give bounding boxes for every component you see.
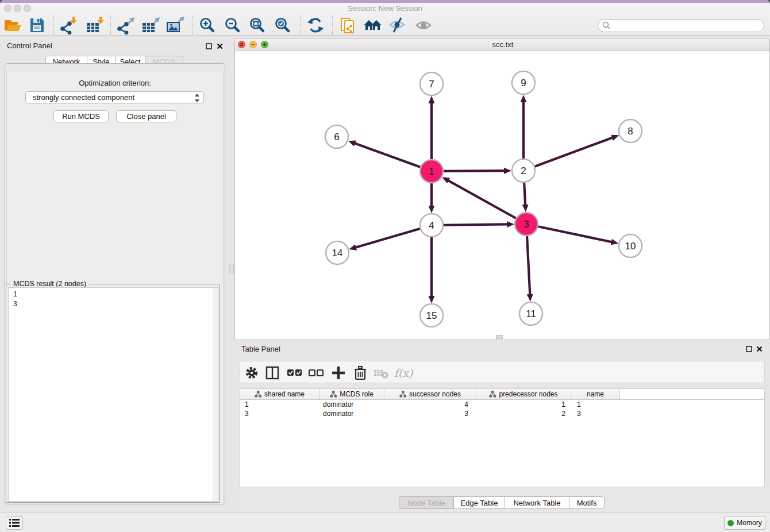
graph-edge-2-3[interactable] [524, 183, 525, 205]
column-header-shared-name[interactable]: shared name [240, 389, 319, 399]
session-title: Session: New Session [0, 4, 770, 13]
table-row[interactable]: 1dominator411 [240, 400, 764, 409]
table-cell: dominator [319, 400, 384, 409]
zoom-in-button[interactable] [198, 16, 218, 34]
delete-column-button[interactable] [351, 364, 369, 381]
tab-node-table[interactable]: Node Table [399, 496, 454, 509]
hide-panel-button[interactable] [387, 16, 408, 34]
zoom-in-icon [198, 16, 218, 34]
optimization-criterion-label: Optimization criterion: [5, 79, 225, 87]
graph-node-label: 1 [429, 166, 434, 177]
search-input[interactable] [598, 19, 764, 32]
graph-edge-1-6[interactable] [355, 143, 420, 167]
dropdown-stepper-icon [194, 94, 199, 102]
graph-node-label: 7 [429, 79, 434, 90]
column-header-MCDS-role[interactable]: MCDS role [319, 389, 384, 399]
fx-icon: f(x) [394, 367, 413, 379]
zoom-fit-icon [248, 16, 268, 34]
node-table[interactable]: shared nameMCDS rolesuccessor nodesprede… [240, 388, 765, 487]
column-header-successor-nodes[interactable]: successor nodes [384, 389, 476, 399]
refresh-network-button[interactable] [305, 16, 326, 34]
attribute-settings-button[interactable] [242, 364, 261, 381]
add-column-button[interactable] [329, 364, 348, 381]
float-panel-button[interactable] [205, 43, 213, 50]
criterion-dropdown[interactable]: strongly connected component [25, 91, 204, 103]
export-network-icon [116, 16, 136, 34]
table-cell: dominator [319, 409, 384, 418]
graph-edge-3-11[interactable] [527, 236, 530, 295]
import-table-icon [84, 16, 105, 34]
import-network-button[interactable] [58, 16, 79, 34]
tab-motifs[interactable]: Motifs [569, 496, 605, 509]
memory-status-button[interactable]: Memory [724, 516, 765, 530]
search-field-wrap [598, 19, 764, 32]
open-folder-icon [2, 16, 23, 34]
table-tab-strip: Node Table Edge Table Network Table Moti… [234, 487, 770, 512]
import-table-button[interactable] [84, 16, 105, 34]
unchecked-boxes-icon [307, 364, 325, 381]
graph-edge-4-14[interactable] [356, 229, 420, 248]
graph-edge-1-2[interactable] [444, 171, 505, 171]
mcds-result-textarea[interactable]: 1 3 [8, 287, 218, 502]
save-session-button[interactable] [26, 16, 47, 34]
zoom-out-button[interactable] [223, 16, 244, 34]
show-panel-button[interactable] [413, 16, 434, 34]
zoom-selected-icon [273, 16, 294, 34]
mcds-result-group: MCDS result (2 nodes) 1 3 [6, 284, 220, 503]
toolbar-separator [192, 16, 192, 35]
select-all-rows-button[interactable] [286, 364, 304, 381]
go-home-button[interactable] [363, 16, 383, 34]
open-network-file-button[interactable] [337, 16, 358, 34]
table-cell: 3 [384, 409, 476, 418]
export-network-button[interactable] [116, 16, 136, 34]
checked-boxes-icon [286, 364, 303, 381]
zoom-selected-button[interactable] [273, 16, 294, 34]
result-scrollbar[interactable] [213, 288, 218, 501]
close-table-panel-button[interactable] [756, 345, 763, 353]
network-window-titlebar[interactable]: scc.txt [234, 38, 770, 51]
criterion-dropdown-value: strongly connected component [33, 93, 134, 102]
column-header-label: successor nodes [409, 390, 461, 398]
graph-node-label: 8 [627, 126, 633, 137]
float-table-panel-button[interactable] [745, 345, 753, 353]
export-table-icon [140, 16, 161, 34]
deselect-all-rows-button[interactable] [307, 364, 325, 381]
window-accent-strip [0, 0, 770, 3]
graph-edge-3-1[interactable] [448, 180, 516, 218]
tab-network-table[interactable]: Network Table [505, 496, 569, 509]
zoom-fit-button[interactable] [248, 16, 268, 34]
graph-node-label: 3 [523, 219, 529, 230]
table-cell: 1 [476, 400, 571, 409]
toolbar-separator [53, 16, 54, 35]
network-splitter-grip[interactable] [496, 335, 503, 339]
trash-icon [352, 364, 369, 381]
export-table-button[interactable] [140, 16, 161, 34]
toggle-column-view-button[interactable] [263, 364, 282, 381]
tab-edge-table[interactable]: Edge Table [453, 496, 505, 509]
eye-slash-icon [387, 16, 408, 34]
column-header-label: MCDS role [340, 390, 374, 398]
graph-node-label: 11 [526, 309, 536, 319]
show-log-button[interactable] [6, 516, 23, 530]
graph-edge-4-3[interactable] [444, 224, 507, 225]
panel-splitter-grip[interactable] [229, 265, 234, 273]
toolbar-separator [332, 16, 333, 35]
export-image-button[interactable] [165, 16, 186, 34]
close-panel-button[interactable] [216, 43, 224, 50]
graph-edge-3-10[interactable] [538, 226, 612, 242]
eye-icon [413, 16, 434, 34]
delete-table-icon [372, 364, 390, 381]
column-header-name[interactable]: name [571, 389, 620, 399]
column-header-predecessor-nodes[interactable]: predecessor nodes [476, 389, 571, 399]
graph-node-label: 2 [521, 165, 526, 176]
save-floppy-icon [26, 16, 47, 34]
table-toolbar: f(x) [240, 361, 765, 383]
network-canvas[interactable]: 1234678910111415 [234, 51, 770, 340]
float-icon [746, 346, 752, 352]
network-canvas-svg: 1234678910111415 [235, 51, 769, 339]
run-mcds-button[interactable]: Run MCDS [53, 110, 109, 122]
table-row[interactable]: 3dominator323 [240, 409, 764, 418]
close-panel-action-button[interactable]: Close panel [116, 110, 176, 122]
graph-edge-2-8[interactable] [535, 137, 613, 166]
open-session-button[interactable] [2, 16, 23, 34]
